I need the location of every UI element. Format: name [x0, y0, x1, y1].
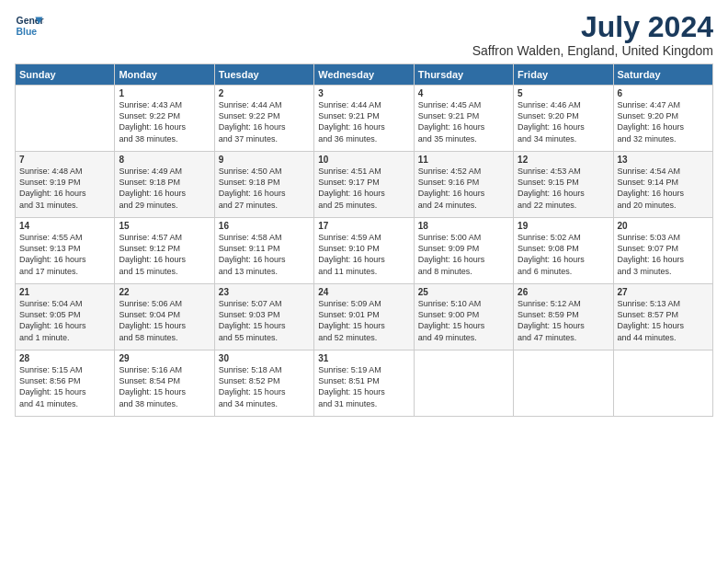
day-number: 7: [19, 155, 110, 165]
table-row: 31Sunrise: 5:19 AM Sunset: 8:51 PM Dayli…: [314, 350, 414, 417]
calendar-week-row: 28Sunrise: 5:15 AM Sunset: 8:56 PM Dayli…: [16, 350, 713, 417]
calendar-week-row: 21Sunrise: 5:04 AM Sunset: 9:05 PM Dayli…: [16, 284, 713, 350]
day-info: Sunrise: 5:12 AM Sunset: 8:59 PM Dayligh…: [518, 298, 609, 343]
day-number: 17: [318, 221, 409, 231]
table-row: 3Sunrise: 4:44 AM Sunset: 9:21 PM Daylig…: [314, 86, 414, 152]
day-info: Sunrise: 4:50 AM Sunset: 9:18 PM Dayligh…: [219, 166, 310, 211]
table-row: 15Sunrise: 4:57 AM Sunset: 9:12 PM Dayli…: [115, 218, 214, 284]
day-info: Sunrise: 5:16 AM Sunset: 8:54 PM Dayligh…: [119, 364, 210, 409]
table-row: [514, 350, 613, 417]
day-info: Sunrise: 5:15 AM Sunset: 8:56 PM Dayligh…: [19, 364, 110, 409]
day-number: 31: [318, 353, 409, 363]
day-info: Sunrise: 4:49 AM Sunset: 9:18 PM Dayligh…: [119, 166, 210, 211]
day-info: Sunrise: 4:54 AM Sunset: 9:14 PM Dayligh…: [618, 166, 709, 211]
day-info: Sunrise: 4:55 AM Sunset: 9:13 PM Dayligh…: [19, 232, 110, 277]
table-row: 18Sunrise: 5:00 AM Sunset: 9:09 PM Dayli…: [414, 218, 513, 284]
day-number: 11: [418, 155, 509, 165]
col-tuesday: Tuesday: [214, 64, 313, 86]
table-row: 27Sunrise: 5:13 AM Sunset: 8:57 PM Dayli…: [613, 284, 712, 350]
svg-text:Blue: Blue: [17, 27, 38, 37]
day-info: Sunrise: 4:59 AM Sunset: 9:10 PM Dayligh…: [318, 232, 409, 277]
day-info: Sunrise: 5:10 AM Sunset: 9:00 PM Dayligh…: [418, 298, 509, 343]
day-info: Sunrise: 5:18 AM Sunset: 8:52 PM Dayligh…: [219, 364, 310, 409]
logo-icon: General Blue: [15, 11, 44, 40]
calendar-week-row: 7Sunrise: 4:48 AM Sunset: 9:19 PM Daylig…: [16, 152, 713, 218]
day-info: Sunrise: 4:48 AM Sunset: 9:19 PM Dayligh…: [19, 166, 110, 211]
table-row: 23Sunrise: 5:07 AM Sunset: 9:03 PM Dayli…: [214, 284, 313, 350]
day-info: Sunrise: 4:47 AM Sunset: 9:20 PM Dayligh…: [618, 99, 709, 144]
day-number: 5: [518, 88, 609, 98]
table-row: 2Sunrise: 4:44 AM Sunset: 9:22 PM Daylig…: [214, 86, 313, 152]
day-info: Sunrise: 5:04 AM Sunset: 9:05 PM Dayligh…: [19, 298, 110, 343]
day-info: Sunrise: 5:00 AM Sunset: 9:09 PM Dayligh…: [418, 232, 509, 277]
day-number: 2: [219, 88, 310, 98]
day-number: 18: [418, 221, 509, 231]
col-wednesday: Wednesday: [314, 64, 414, 86]
table-row: 4Sunrise: 4:45 AM Sunset: 9:21 PM Daylig…: [414, 86, 513, 152]
day-info: Sunrise: 5:09 AM Sunset: 9:01 PM Dayligh…: [318, 298, 409, 343]
table-row: 28Sunrise: 5:15 AM Sunset: 8:56 PM Dayli…: [16, 350, 115, 417]
day-info: Sunrise: 4:43 AM Sunset: 9:22 PM Dayligh…: [119, 99, 210, 144]
calendar-week-row: 14Sunrise: 4:55 AM Sunset: 9:13 PM Dayli…: [16, 218, 713, 284]
day-number: 13: [618, 155, 709, 165]
table-row: 1Sunrise: 4:43 AM Sunset: 9:22 PM Daylig…: [115, 86, 214, 152]
day-number: 30: [219, 353, 310, 363]
day-number: 19: [518, 221, 609, 231]
day-number: 9: [219, 155, 310, 165]
day-number: 20: [618, 221, 709, 231]
table-row: 9Sunrise: 4:50 AM Sunset: 9:18 PM Daylig…: [214, 152, 313, 218]
col-saturday: Saturday: [613, 64, 712, 86]
day-info: Sunrise: 4:44 AM Sunset: 9:22 PM Dayligh…: [219, 99, 310, 144]
day-number: 8: [119, 155, 210, 165]
table-row: 8Sunrise: 4:49 AM Sunset: 9:18 PM Daylig…: [115, 152, 214, 218]
table-row: 10Sunrise: 4:51 AM Sunset: 9:17 PM Dayli…: [314, 152, 414, 218]
calendar-table: Sunday Monday Tuesday Wednesday Thursday…: [15, 63, 713, 417]
table-row: 7Sunrise: 4:48 AM Sunset: 9:19 PM Daylig…: [16, 152, 115, 218]
table-row: 5Sunrise: 4:46 AM Sunset: 9:20 PM Daylig…: [514, 86, 613, 152]
table-row: 19Sunrise: 5:02 AM Sunset: 9:08 PM Dayli…: [514, 218, 613, 284]
table-row: 25Sunrise: 5:10 AM Sunset: 9:00 PM Dayli…: [414, 284, 513, 350]
table-row: 16Sunrise: 4:58 AM Sunset: 9:11 PM Dayli…: [214, 218, 313, 284]
day-info: Sunrise: 4:46 AM Sunset: 9:20 PM Dayligh…: [518, 99, 609, 144]
day-number: 4: [418, 88, 509, 98]
day-number: 27: [618, 287, 709, 297]
col-monday: Monday: [115, 64, 214, 86]
col-friday: Friday: [514, 64, 613, 86]
day-number: 6: [618, 88, 709, 98]
day-number: 12: [518, 155, 609, 165]
table-row: 6Sunrise: 4:47 AM Sunset: 9:20 PM Daylig…: [613, 86, 712, 152]
table-row: 21Sunrise: 5:04 AM Sunset: 9:05 PM Dayli…: [16, 284, 115, 350]
table-row: 17Sunrise: 4:59 AM Sunset: 9:10 PM Dayli…: [314, 218, 414, 284]
day-number: 22: [119, 287, 210, 297]
day-info: Sunrise: 5:19 AM Sunset: 8:51 PM Dayligh…: [318, 364, 409, 409]
table-row: 30Sunrise: 5:18 AM Sunset: 8:52 PM Dayli…: [214, 350, 313, 417]
day-info: Sunrise: 4:44 AM Sunset: 9:21 PM Dayligh…: [318, 99, 409, 144]
calendar-week-row: 1Sunrise: 4:43 AM Sunset: 9:22 PM Daylig…: [16, 86, 713, 152]
table-row: 12Sunrise: 4:53 AM Sunset: 9:15 PM Dayli…: [514, 152, 613, 218]
calendar-header-row: Sunday Monday Tuesday Wednesday Thursday…: [16, 64, 713, 86]
day-number: 25: [418, 287, 509, 297]
day-info: Sunrise: 4:51 AM Sunset: 9:17 PM Dayligh…: [318, 166, 409, 211]
header: General Blue July 2024 Saffron Walden, E…: [15, 11, 713, 58]
col-sunday: Sunday: [16, 64, 115, 86]
day-info: Sunrise: 5:13 AM Sunset: 8:57 PM Dayligh…: [618, 298, 709, 343]
table-row: [414, 350, 513, 417]
day-info: Sunrise: 4:53 AM Sunset: 9:15 PM Dayligh…: [518, 166, 609, 211]
table-row: 29Sunrise: 5:16 AM Sunset: 8:54 PM Dayli…: [115, 350, 214, 417]
day-number: 16: [219, 221, 310, 231]
day-number: 21: [19, 287, 110, 297]
table-row: 11Sunrise: 4:52 AM Sunset: 9:16 PM Dayli…: [414, 152, 513, 218]
day-number: 29: [119, 353, 210, 363]
day-number: 3: [318, 88, 409, 98]
table-row: 13Sunrise: 4:54 AM Sunset: 9:14 PM Dayli…: [613, 152, 712, 218]
day-info: Sunrise: 5:03 AM Sunset: 9:07 PM Dayligh…: [618, 232, 709, 277]
table-row: 20Sunrise: 5:03 AM Sunset: 9:07 PM Dayli…: [613, 218, 712, 284]
day-number: 28: [19, 353, 110, 363]
day-info: Sunrise: 4:57 AM Sunset: 9:12 PM Dayligh…: [119, 232, 210, 277]
day-info: Sunrise: 4:52 AM Sunset: 9:16 PM Dayligh…: [418, 166, 509, 211]
table-row: 22Sunrise: 5:06 AM Sunset: 9:04 PM Dayli…: [115, 284, 214, 350]
day-number: 14: [19, 221, 110, 231]
day-number: 15: [119, 221, 210, 231]
day-info: Sunrise: 5:02 AM Sunset: 9:08 PM Dayligh…: [518, 232, 609, 277]
col-thursday: Thursday: [414, 64, 513, 86]
